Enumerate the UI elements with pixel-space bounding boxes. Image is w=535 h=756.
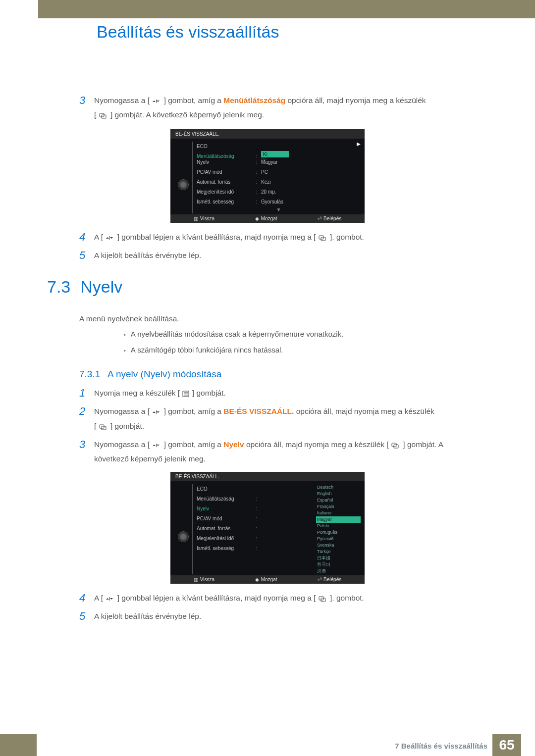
subsection-heading: 7.3.1 A nyelv (Nyelv) módosítása [79,369,456,380]
text: ] gombbal lépjen a kívánt beállításra, m… [117,594,316,602]
step-number: 4 [79,231,94,245]
osd-value: Gyorsulás [261,199,283,204]
subsection-title: A nyelv (Nyelv) módosítása [107,369,221,379]
osd-item: Automat. forrás [197,179,256,185]
osd-item: Ismétl. sebesség [197,546,256,551]
osd-value: Kézi [261,179,270,185]
sub-step-2: 2 Nyomogassa a [ ] gombot, amíg a BE-ÉS … [79,405,456,434]
osd-item: ECO [197,144,256,149]
keyword: Menüátlátszóság [223,96,285,104]
osd-footer: ▥ Vissza ◆ Mozgat ⏎ Belépés [170,214,365,223]
osd-value-highlight: Ki [261,151,289,157]
osd-item: PC/AV mód [197,516,256,521]
enter-icon [319,232,327,245]
sub-step-5: 5 A kijelölt beállítás érvénybe lép. [79,610,456,623]
up-down-icon [152,96,161,108]
section-intro: A menü nyelvének beállítása. [79,314,456,323]
step-number: 3 [79,94,94,123]
step-text: A kijelölt beállítás érvénybe lép. [94,249,201,262]
text: [ [94,110,96,119]
bullet-item: A számítógép többi funkciójára nincs hat… [124,344,456,356]
back-button: ▥ Vissza [194,577,214,582]
osd-item: PC/AV mód [197,169,256,175]
osd-value: Magyar [261,159,277,165]
language-option: Русский [316,536,361,542]
text: opcióra áll, majd nyomja meg a készülék [287,96,426,104]
step-text: A [ ] gombbal lépjen a kívánt beállításr… [94,231,364,245]
step-5: 5 A kijelölt beállítás érvénybe lép. [79,249,456,262]
osd-item: Menüátlátszóság [197,496,256,502]
step-text: Nyomogassa a [ ] gombot, amíg a Nyelv op… [94,438,456,466]
up-down-icon [106,593,114,606]
footer-chapter: 7 Beállítás és visszaállítás [395,742,487,750]
language-option: Español [316,497,361,504]
step-3: 3 Nyomogassa a [ ] gombot, amíg a Menüát… [79,94,456,123]
text: ] gombját. [192,389,226,397]
text: A [ [94,594,103,602]
osd-screenshot-2: BE-ÉS VISSZAÁLL. ECO Menüátlátszóság: Ny… [170,472,365,584]
osd-value: PC [261,169,268,175]
keyword: Nyelv [223,440,244,449]
step-number: 3 [79,438,94,466]
language-option: Français [316,504,361,510]
step-number: 1 [79,387,94,401]
step-number: 4 [79,592,94,606]
osd-title: BE-ÉS VISSZAÁLL. [170,129,365,139]
language-option: Português [316,529,361,536]
language-option: Polski [316,523,361,529]
subsection-number: 7.3.1 [79,369,100,379]
gear-icon [178,531,189,542]
text: ] gombbal lépjen a kívánt beállításra, m… [117,233,316,241]
text: ] gombot, amíg a [164,407,224,415]
footer-accent [0,734,37,756]
step-number: 5 [79,249,94,262]
language-option: Magyar [316,516,361,523]
text: ] gombot, amíg a [164,96,224,104]
osd-item: Ismétl. sebesség [197,199,256,204]
text: Nyomogassa a [ [94,440,150,449]
gear-icon [178,179,189,190]
back-button: ▥ Vissza [194,216,214,221]
step-number: 2 [79,405,94,434]
osd-screenshot-1: BE-ÉS VISSZAÁLL. ▶ ECO Menüátlátszóság :… [170,129,365,223]
step-text: A kijelölt beállítás érvénybe lép. [94,610,201,623]
text: ]. gombot. [330,233,364,241]
text: ] gombját. [110,422,144,430]
menu-icon [182,388,189,401]
text: Nyomogassa a [ [94,407,150,415]
language-option: Italiano [316,510,361,516]
language-option: 日本語 [316,555,361,561]
language-option: Türkçe [316,549,361,555]
language-option: 汉语 [316,568,361,574]
osd-item: ECO [197,486,256,492]
osd-footer: ▥ Vissza ◆ Mozgat ⏎ Belépés [170,575,365,584]
step-text: Nyomogassa a [ ] gombot, amíg a Menüátlá… [94,94,426,123]
language-option: Deutsch [316,484,361,491]
enter-button: ⏎ Belépés [318,216,341,221]
enter-icon [391,440,400,453]
sub-step-3: 3 Nyomogassa a [ ] gombot, amíg a Nyelv … [79,438,456,466]
text: opcióra áll, majd nyomja meg a készülék … [246,440,389,449]
osd-item: Nyelv [197,159,256,165]
text: opcióra áll, majd nyomja meg a készülék [296,407,434,415]
language-list: DeutschEnglishEspañolFrançaisItalianoMag… [316,484,361,574]
step-text: Nyomja meg a készülék [ ] gombját. [94,387,226,401]
section-number: 7.3 [47,277,70,297]
section-heading: 7.3 Nyelv [47,277,456,297]
header-stripe [38,0,535,18]
page-number: 65 [492,734,521,756]
enter-icon [99,110,108,123]
bullet-list: A nyelvbeállítás módosítása csak a képer… [124,328,456,356]
language-option: English [316,491,361,497]
osd-value: 20 mp. [261,189,276,195]
section-7-3: 7.3 Nyelv A menü nyelvének beállítása. A… [79,277,456,627]
osd-item: Automat. forrás [197,526,256,531]
up-down-icon [152,440,161,453]
sub-step-1: 1 Nyomja meg a készülék [ ] gombját. [79,387,456,401]
text: ]. gombot. [330,594,364,602]
osd-item: Megjelenítési idő [197,189,256,195]
section-title: Nyelv [80,277,122,297]
text: [ [94,422,96,430]
osd-title: BE-ÉS VISSZAÁLL. [170,472,365,481]
bullet-item: A nyelvbeállítás módosítása csak a képer… [124,328,456,340]
